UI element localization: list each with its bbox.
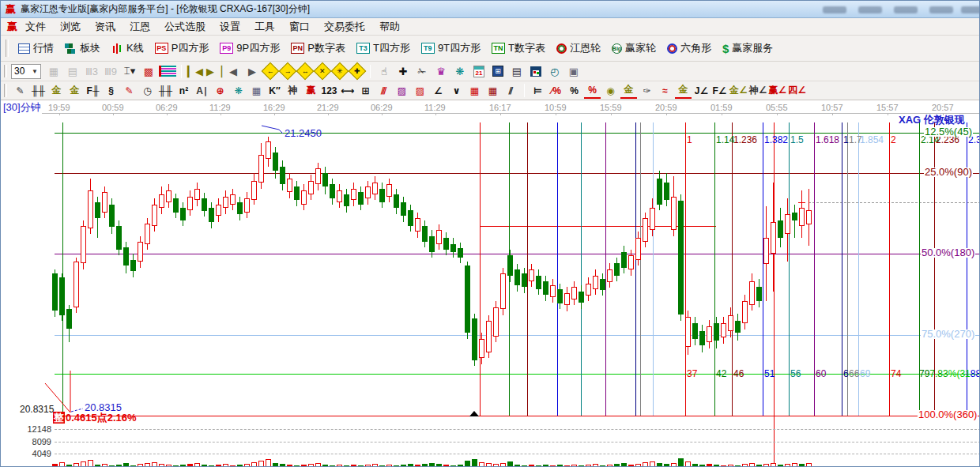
text-tool-icon[interactable]: A∣	[194, 83, 210, 99]
fan-box-purple-icon[interactable]: ▨	[394, 83, 410, 99]
save-icon[interactable]	[527, 63, 545, 80]
marker-pen-icon[interactable]: ✑	[639, 83, 655, 99]
system-icon[interactable]: ▣	[565, 63, 582, 80]
j-angle-icon[interactable]: J∠	[693, 83, 710, 99]
menu-item-文件[interactable]: 文件	[25, 20, 46, 34]
tool-9P四方形[interactable]: P99P四方形	[220, 41, 280, 55]
next-icon[interactable]: ▶	[243, 63, 261, 80]
candle-style-icon[interactable]: ⌶▾	[121, 63, 138, 80]
notes-icon[interactable]: ▤	[508, 63, 526, 80]
spiral-icon[interactable]: §	[103, 83, 119, 99]
f-angle-icon[interactable]: F∠	[711, 83, 728, 99]
tool-赢家服务[interactable]: $赢家服务	[722, 41, 773, 55]
matrix-dark-icon[interactable]: ▦	[484, 83, 501, 99]
prev-icon[interactable]: ◀	[224, 63, 242, 80]
pct-line-icon[interactable]: ∕%	[548, 83, 564, 99]
zoom-fit-icon[interactable]: ↔	[296, 62, 315, 81]
zoom-plus-icon[interactable]: ✚	[349, 62, 367, 81]
gold-lines-1-icon[interactable]: 金	[48, 83, 65, 99]
tool-P四方形[interactable]: PSP四方形	[155, 41, 209, 55]
tool-T数字表[interactable]: TNT数字表	[492, 41, 545, 55]
tool-K线[interactable]: K线	[111, 41, 144, 55]
menu-item-窗口[interactable]: 窗口	[289, 20, 310, 34]
zoom-x-icon[interactable]: ✕	[314, 62, 332, 81]
fib-periods-icon[interactable]: F╫	[85, 83, 101, 99]
pct-icon[interactable]: %	[566, 83, 582, 99]
fan-red-icon[interactable]: ⫻	[375, 83, 392, 99]
cycle-clock-icon[interactable]: ◷	[139, 83, 156, 99]
period-select[interactable]: 30▼	[11, 64, 41, 79]
menu-item-帮助[interactable]: 帮助	[379, 20, 400, 34]
gold-cut-icon[interactable]: 金	[675, 83, 692, 99]
gold-lines-2-icon[interactable]: 金	[66, 83, 83, 99]
calculator-icon[interactable]: ⊞	[489, 63, 507, 80]
calendar-icon[interactable]: 21	[470, 63, 488, 80]
menu-item-浏览[interactable]: 浏览	[60, 20, 81, 34]
toolbar-grip[interactable]	[4, 84, 7, 96]
gann-circle-icon[interactable]: ⊕	[212, 83, 228, 99]
scale-icon[interactable]: ⊨	[530, 83, 546, 99]
zoom-star-icon[interactable]: ✳	[331, 62, 349, 81]
first-icon[interactable]: ▎◀	[187, 63, 204, 80]
fan-box-red-icon[interactable]: ▨	[412, 83, 428, 99]
square-n-icon[interactable]: n²	[175, 83, 192, 99]
shen-tool-icon[interactable]: 神	[285, 83, 301, 99]
teal-tool-icon[interactable]: ❋	[451, 63, 469, 80]
gold-angle-icon[interactable]: 金∠	[729, 83, 748, 99]
purple-tool-icon[interactable]: ♛	[432, 63, 450, 80]
periods-2-icon[interactable]: ╫╫	[157, 83, 174, 99]
hand-tool-icon[interactable]: ☝	[375, 63, 393, 80]
four-angle-icon[interactable]: 四∠	[788, 83, 806, 99]
tool-六角形[interactable]: 六角形	[667, 41, 711, 55]
tool-赢家轮[interactable]: Big赢家轮	[612, 41, 656, 55]
measure-tool-icon[interactable]: ✁	[413, 63, 431, 80]
ying-angle-icon[interactable]: 赢∠	[769, 83, 787, 99]
tool-行情[interactable]: 行情	[18, 41, 54, 55]
menu-item-交易委托[interactable]: 交易委托	[324, 20, 365, 34]
color-bars-icon[interactable]	[159, 66, 176, 77]
star-grid-icon[interactable]: ❋	[230, 83, 247, 99]
tool-P数字表[interactable]: PNP数字表	[291, 41, 345, 55]
square-grid-icon[interactable]: ▦	[248, 83, 265, 99]
pen-icon[interactable]: ✎	[12, 83, 28, 99]
tool-9T四方形[interactable]: T99T四方形	[421, 41, 481, 55]
tool-T四方形[interactable]: T3T四方形	[356, 41, 410, 55]
matrix-red-icon[interactable]: ▦	[466, 83, 483, 99]
gold-circle-icon[interactable]: ◉	[602, 83, 619, 99]
menu-item-江恩[interactable]: 江恩	[130, 20, 150, 34]
kline-mark-icon[interactable]: K″	[266, 83, 283, 99]
pct-under-icon[interactable]: %	[584, 83, 601, 99]
zoom-left-icon[interactable]: ←	[262, 62, 280, 81]
h-arrows-icon[interactable]: ⟷	[339, 83, 356, 99]
grid-disabled-icon[interactable]: ▦	[45, 63, 62, 80]
toolbar-grip[interactable]	[4, 65, 7, 78]
toolbar-grip[interactable]	[6, 40, 9, 57]
ying-tool-icon[interactable]: 赢	[303, 83, 319, 99]
shen-angle-icon[interactable]: 神∠	[749, 83, 767, 99]
last-icon[interactable]: ▶▕	[205, 63, 223, 80]
menu-item-设置[interactable]: 设置	[220, 20, 240, 34]
red-pen-icon[interactable]: ✎	[121, 83, 138, 99]
box-tool-icon[interactable]: ⊞	[357, 83, 374, 99]
zigzag-icon[interactable]: ∨	[448, 83, 465, 99]
bars3-disabled-icon[interactable]: Ⅲ3	[83, 63, 100, 80]
menu-item-资讯[interactable]: 资讯	[95, 20, 115, 34]
period-value: 30	[14, 66, 24, 77]
world-clock-icon[interactable]: ◴	[546, 63, 564, 80]
parallel-icon[interactable]: ⫽	[503, 83, 519, 99]
menu-item-工具[interactable]: 工具	[254, 20, 275, 34]
gold-under-icon[interactable]: 金	[620, 83, 637, 99]
wave-icon[interactable]: ≈	[657, 83, 673, 99]
chart-canvas[interactable]: [30]分钟XAG 伦敦银现19:5900:5906:2911:2916:292…	[1, 100, 980, 467]
list-disabled-icon[interactable]: ▤	[64, 63, 81, 80]
tool-江恩轮[interactable]: 江恩轮	[556, 41, 601, 55]
menu-item-公式选股[interactable]: 公式选股	[164, 20, 205, 34]
red-grid-icon[interactable]: ▩	[140, 63, 157, 80]
periods-icon[interactable]: ╫╫	[30, 83, 47, 99]
bars9-disabled-icon[interactable]: Ⅲ9	[102, 63, 119, 80]
tool-板块[interactable]: 板块	[65, 41, 100, 55]
crosshair-tool-icon[interactable]: ✚	[394, 63, 412, 80]
numbers-icon[interactable]: 123	[321, 83, 337, 99]
zoom-right-icon[interactable]: →	[279, 62, 297, 81]
angle-icon[interactable]: ∠	[430, 83, 447, 99]
